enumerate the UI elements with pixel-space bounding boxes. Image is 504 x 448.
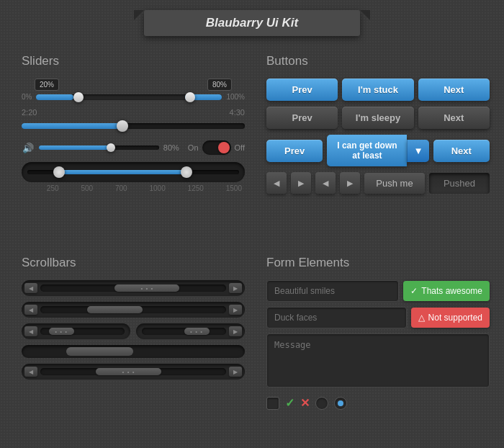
- scroll-thumb-3[interactable]: • • •: [96, 368, 161, 375]
- form-input-2[interactable]: [266, 307, 407, 328]
- form-cross-icon[interactable]: ✕: [300, 396, 310, 410]
- scrollbar-row-3: ◀ • • • ▶: [22, 364, 245, 380]
- btn-arrow-right-1[interactable]: ▶: [291, 172, 311, 194]
- form-radio-filled[interactable]: [334, 397, 347, 410]
- scroll-dots-3: • • •: [122, 369, 135, 375]
- form-checkbox-unchecked[interactable]: [266, 397, 279, 410]
- scroll-left-btn-3[interactable]: ◀: [24, 367, 37, 377]
- btn-prev-2[interactable]: Prev: [266, 107, 338, 129]
- form-section: Form Elements ✓ Thats awesome △ Not supp…: [266, 256, 490, 410]
- hscroll-thumb-thin[interactable]: [66, 347, 133, 356]
- vol-fill: [39, 145, 111, 150]
- range-thumb-left[interactable]: [53, 166, 65, 178]
- slider-thumb-1b[interactable]: [185, 92, 195, 102]
- vol-thumb[interactable]: [107, 143, 115, 152]
- form-controls-row: ✓ ✕: [266, 396, 490, 410]
- toggle-knob: [218, 142, 230, 153]
- form-input-1[interactable]: [266, 280, 399, 302]
- vol-pct: 80%: [163, 143, 184, 152]
- scroll-thumb-small-1[interactable]: • • •: [49, 328, 74, 335]
- range-label-700: 700: [115, 184, 127, 192]
- scroll-right-small-2[interactable]: ▶: [229, 326, 242, 336]
- time-thumb[interactable]: [117, 120, 128, 132]
- form-title: Form Elements: [266, 256, 490, 270]
- range-label-500: 500: [81, 184, 93, 192]
- scrollbars-title: Scrollbars: [22, 256, 245, 270]
- toggle-wrap: On Off: [188, 140, 245, 155]
- btn-arrow-left-1[interactable]: ◀: [266, 172, 287, 194]
- vol-track[interactable]: [39, 145, 159, 150]
- btn-arrow-right-2[interactable]: ▶: [340, 172, 360, 194]
- btn-next-2[interactable]: Next: [418, 107, 490, 129]
- scrollbar-row-1: ◀ • • • ▶: [22, 280, 245, 296]
- slider-row-1: 0% 100%: [22, 93, 245, 101]
- form-radio-empty[interactable]: [315, 397, 328, 410]
- range-thumb-right[interactable]: [181, 166, 192, 178]
- time-track-wrap: [22, 119, 245, 133]
- form-badge-red-text: Not supported: [428, 313, 482, 323]
- slider-thumb-1a[interactable]: [73, 92, 84, 102]
- btn-arrow-left-2[interactable]: ◀: [315, 172, 336, 194]
- scroll-track-3[interactable]: • • •: [40, 368, 226, 375]
- btn-prev-1[interactable]: Prev: [266, 79, 338, 101]
- range-label-1500: 1500: [226, 184, 242, 192]
- range-outer[interactable]: [22, 162, 245, 182]
- scroll-track-small-2[interactable]: • • •: [142, 328, 226, 335]
- scroll-track-2[interactable]: [40, 306, 226, 313]
- scroll-track-small-1[interactable]: • • •: [40, 328, 125, 335]
- range-track: [27, 170, 239, 174]
- btn-push-me[interactable]: Push me: [364, 173, 425, 194]
- scrollbar-row-thin: [22, 345, 245, 358]
- scroll-track-1[interactable]: • • •: [40, 285, 226, 292]
- scrollbar-row-2: ◀ ▶: [22, 302, 245, 318]
- form-textarea[interactable]: [266, 333, 490, 387]
- scroll-thumb-dots-1: • • •: [140, 285, 153, 292]
- btn-dropdown-main[interactable]: I can get down at least: [327, 135, 407, 166]
- btn-row-3: Prev I can get down at least ▼ Next: [266, 135, 490, 166]
- time-fill: [22, 123, 122, 129]
- scroll-left-btn-2[interactable]: ◀: [24, 305, 37, 315]
- btn-row-2: Prev I'm sleepy Next: [266, 107, 490, 129]
- btn-mid-1[interactable]: I'm stuck: [342, 79, 413, 101]
- banner: Blaubarry Ui Kit: [144, 10, 360, 36]
- scroll-right-btn-3[interactable]: ▶: [229, 367, 242, 377]
- form-badge-red: △ Not supported: [411, 308, 490, 328]
- volume-icon: 🔊: [22, 143, 35, 153]
- time-track[interactable]: [22, 123, 245, 129]
- hscrollbar-small-1: ◀ • • •: [22, 323, 130, 339]
- scroll-left-small-1[interactable]: ◀: [24, 326, 37, 336]
- btn-pushed[interactable]: Pushed: [429, 173, 490, 194]
- scroll-right-btn-1[interactable]: ▶: [229, 283, 242, 293]
- toggle-switch[interactable]: [202, 140, 231, 155]
- hscrollbar-1: ◀ • • • ▶: [22, 280, 245, 296]
- btn-dropdown-arrow[interactable]: ▼: [407, 140, 428, 162]
- btn-row-4: ◀ ▶ ◀ ▶ Push me Pushed: [266, 172, 490, 194]
- scroll-thumb-1[interactable]: • • •: [114, 285, 179, 292]
- btn-mid-2[interactable]: I'm sleepy: [342, 107, 413, 129]
- hscrollbar-thin[interactable]: [22, 345, 245, 358]
- slider-track-1[interactable]: [36, 94, 222, 100]
- scroll-thumb-small-2[interactable]: • • •: [184, 328, 210, 335]
- form-check-icon[interactable]: ✓: [285, 396, 294, 410]
- btn-next-3[interactable]: Next: [433, 140, 490, 162]
- btn-row-1: Prev I'm stuck Next: [266, 79, 490, 101]
- toggle-off-label: Off: [235, 143, 245, 152]
- slider-fill-1: [36, 94, 73, 100]
- form-field-row-1: ✓ Thats awesome: [266, 280, 490, 302]
- pct-bubbles-row: 20% 80%: [22, 79, 245, 91]
- btn-dropdown-wrap: I can get down at least ▼: [327, 135, 428, 166]
- scrollbar-mixed-row: ◀ • • • • • • ▶: [22, 323, 245, 339]
- time-end: 4:30: [230, 108, 245, 117]
- slider-row-time: 2:20 4:30: [22, 108, 245, 133]
- banner-title: Blaubarry Ui Kit: [144, 10, 360, 36]
- label-0pct: 0%: [22, 93, 32, 101]
- warning-icon: △: [418, 313, 425, 323]
- scroll-left-btn-1[interactable]: ◀: [24, 283, 37, 293]
- hscrollbar-3: ◀ • • • ▶: [22, 364, 245, 380]
- scroll-thumb-2[interactable]: [87, 306, 143, 313]
- pct-bubble-left: 20%: [35, 79, 59, 91]
- scroll-right-btn-2[interactable]: ▶: [229, 305, 242, 315]
- hscrollbar-small-2: • • • ▶: [136, 323, 245, 339]
- btn-prev-3[interactable]: Prev: [266, 140, 323, 162]
- btn-next-1[interactable]: Next: [418, 79, 490, 101]
